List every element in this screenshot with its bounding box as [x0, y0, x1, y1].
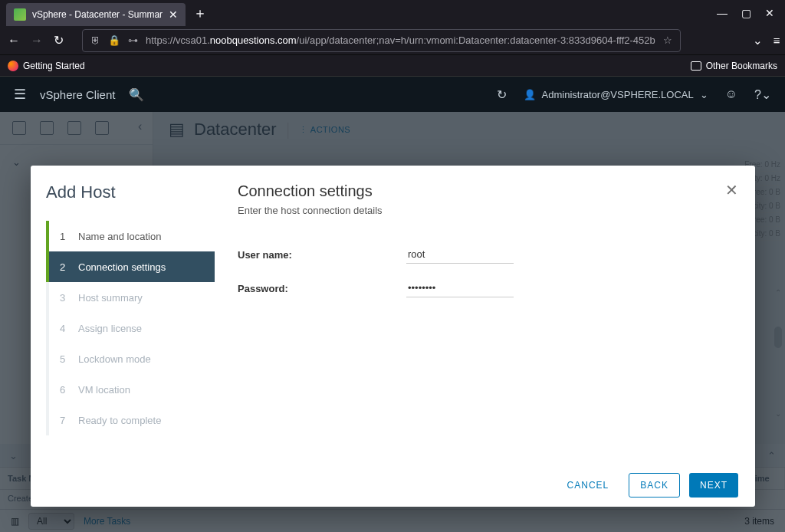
scroll-down-icon: ⌄: [773, 409, 783, 420]
actions-link: ⋮ ACTIONS: [299, 125, 350, 135]
vsphere-client: ☰ vSphere Client 🔍 ↻ 👤 Administrator@VSP…: [0, 77, 785, 532]
firefox-icon: [8, 61, 18, 71]
content-subtitle: Enter the host connection details: [238, 205, 732, 216]
wizard-content: ✕ Connection settings Enter the host con…: [215, 166, 755, 464]
storage-tab-icon: [67, 121, 81, 135]
wizard-step-lockdown-mode: 5 Lockdown mode: [46, 343, 215, 374]
menu-icon[interactable]: ≡: [774, 34, 780, 48]
hamburger-icon[interactable]: ☰: [14, 86, 26, 103]
wizard-step-ready-complete: 7 Ready to complete: [46, 405, 215, 435]
chevron-down-icon: ⌄: [12, 156, 21, 168]
filter-select: All: [28, 513, 74, 530]
wizard-nav: Add Host 1 Name and location 2 Connectio…: [31, 166, 215, 464]
add-host-modal: Add Host 1 Name and location 2 Connectio…: [31, 166, 755, 507]
star-icon[interactable]: ☆: [663, 34, 672, 46]
back-icon[interactable]: ←: [8, 34, 20, 48]
chevron-up-icon: ⌃: [767, 450, 776, 461]
close-window-icon[interactable]: ✕: [765, 7, 774, 19]
wizard-step-vm-location: 6 VM location: [46, 374, 215, 405]
close-modal-icon[interactable]: ✕: [725, 181, 738, 199]
minimize-icon[interactable]: —: [717, 7, 728, 19]
bookmarks-bar: Getting Started Other Bookmarks: [0, 55, 785, 77]
browser-toolbar: ← → ↻ ⛨ 🔒 ⊶ https://vcsa01.noobquestions…: [0, 26, 785, 55]
wizard-step-host-summary: 3 Host summary: [46, 282, 215, 313]
user-icon: 👤: [524, 89, 536, 100]
chevron-down-icon: ⌄: [700, 89, 708, 100]
next-button[interactable]: NEXT: [689, 473, 738, 498]
user-menu[interactable]: 👤 Administrator@VSPHERE.LOCAL ⌄: [524, 89, 708, 100]
datacenter-icon: ▤: [169, 120, 185, 140]
modal-footer: CANCEL BACK NEXT: [31, 464, 755, 507]
url-text: https://vcsa01.noobquestions.com/ui/app/…: [146, 34, 655, 46]
password-input[interactable]: [406, 279, 514, 297]
page-title: Datacenter: [194, 120, 277, 140]
wizard-step-connection-settings[interactable]: 2 Connection settings: [46, 251, 215, 282]
hosts-tab-icon: [12, 121, 26, 135]
wizard-step-assign-license: 4 Assign license: [46, 313, 215, 343]
items-count: 3 items: [744, 516, 774, 527]
key-icon[interactable]: ⊶: [128, 34, 138, 46]
collapse-sidebar-icon: ‹: [138, 120, 142, 133]
browser-tab[interactable]: vSphere - Datacenter - Summar ✕: [6, 3, 186, 26]
bookmark-getting-started[interactable]: Getting Started: [8, 61, 85, 71]
search-icon[interactable]: 🔍: [129, 87, 144, 102]
close-tab-icon[interactable]: ✕: [169, 8, 178, 21]
help-icon[interactable]: ?⌄: [754, 87, 771, 102]
modal-title: Add Host: [46, 182, 215, 202]
client-title: vSphere Client: [40, 88, 115, 101]
content-title: Connection settings: [238, 182, 732, 200]
wizard-step-name-location[interactable]: 1 Name and location: [46, 221, 215, 251]
more-tasks-link: More Tasks: [84, 516, 130, 527]
shield-icon[interactable]: ⛨: [90, 34, 100, 46]
feedback-icon[interactable]: ☺: [725, 87, 737, 101]
forward-icon: →: [31, 34, 43, 48]
tasks-footer: ▥ All More Tasks 3 items: [0, 509, 785, 532]
scrollbar: ⌃ ⌄: [773, 112, 783, 463]
reload-icon[interactable]: ↻: [54, 33, 64, 48]
cancel-button[interactable]: CANCEL: [557, 473, 620, 498]
network-tab-icon: [95, 121, 109, 135]
folder-icon: [691, 61, 701, 71]
browser-titlebar: vSphere - Datacenter - Summar ✕ ＋ — ▢ ✕: [0, 0, 785, 26]
columns-icon: ▥: [11, 516, 19, 527]
username-input[interactable]: [406, 245, 514, 264]
refresh-icon[interactable]: ↻: [497, 87, 507, 102]
window-controls: — ▢ ✕: [717, 7, 779, 19]
password-label: Password:: [238, 283, 406, 294]
scroll-up-icon: ⌃: [773, 288, 783, 299]
url-bar[interactable]: ⛨ 🔒 ⊶ https://vcsa01.noobquestions.com/u…: [82, 29, 681, 52]
scroll-thumb: [774, 327, 782, 348]
maximize-icon[interactable]: ▢: [741, 7, 751, 19]
username-label: User name:: [238, 249, 406, 261]
new-tab-button[interactable]: ＋: [193, 4, 207, 22]
chevron-down-icon: ⌄: [9, 450, 18, 461]
tab-title: vSphere - Datacenter - Summar: [32, 9, 163, 20]
other-bookmarks[interactable]: Other Bookmarks: [691, 61, 777, 71]
back-button[interactable]: BACK: [629, 473, 680, 498]
tab-favicon: [14, 8, 26, 21]
vms-tab-icon: [40, 121, 54, 135]
vsphere-header: ☰ vSphere Client 🔍 ↻ 👤 Administrator@VSP…: [0, 77, 785, 112]
lock-icon[interactable]: 🔒: [108, 34, 120, 46]
pocket-icon[interactable]: ⌄: [753, 34, 763, 48]
